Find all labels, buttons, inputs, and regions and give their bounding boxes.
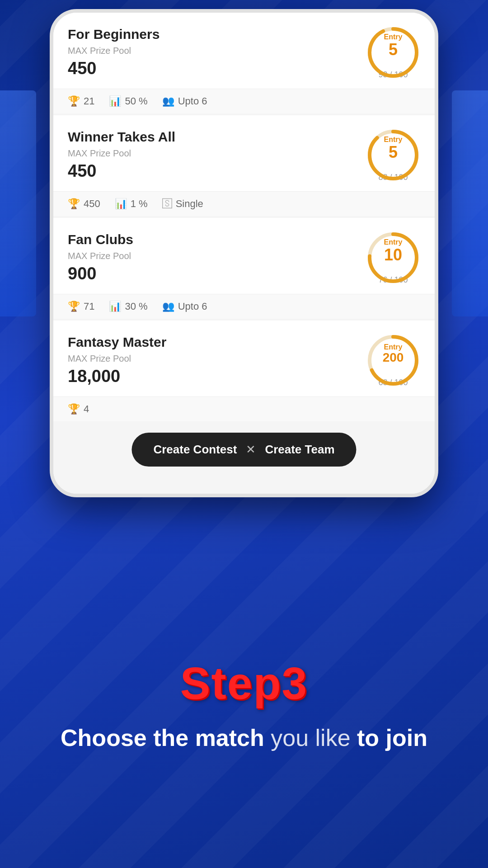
stat-trophy-value-fantasy: 4 [84,403,89,415]
card-main-winner: Winner Takes All MAX Prize Pool 450 Entr… [53,115,435,191]
stat-team-winner: 🅂 Single [162,198,203,210]
subtitle-normal: you like [271,725,357,751]
team-icon-fanclubs: 👥 [162,301,174,312]
team-icon-beginners: 👥 [162,95,174,107]
stat-chart-winner: 📊 1 % [115,198,148,210]
subtitle-bold-2: to join [357,725,427,751]
trophy-icon-fanclubs: 🏆 [68,301,80,312]
entry-value-fantasy: 200 [383,350,404,364]
contest-card-fantasy[interactable]: Fantasy Master MAX Prize Pool 18,000 Ent… [53,321,435,421]
card-stats-fanclubs: 🏆 71 📊 30 % 👥 Upto 6 [53,294,435,319]
stat-team-beginners: 👥 Upto 6 [162,95,207,107]
create-team-button[interactable]: Create Team [265,443,334,457]
entry-value-fanclubs: 10 [384,246,402,264]
contest-card-beginners[interactable]: For Beginners MAX Prize Pool 450 Entry [53,13,435,113]
stat-chart-value-fanclubs: 30 % [125,301,147,312]
stat-chart-value-winner: 1 % [131,198,148,210]
chart-icon-fanclubs: 📊 [109,301,121,312]
entry-inner-winner: Entry 5 [384,136,403,161]
stat-trophy-beginners: 🏆 21 [68,95,94,107]
stat-chart-value-beginners: 50 % [125,95,147,107]
create-contest-button[interactable]: Create Contest [153,443,237,457]
bg-shape-right [452,90,488,316]
entry-circle-fanclubs: Entry 10 [366,231,420,272]
trophy-icon-beginners: 🏆 [68,95,80,107]
subtitle-bold-1: Choose the match [61,725,264,751]
entry-label-beginners: Entry [384,33,403,41]
stat-team-value-winner: Single [176,198,203,210]
stat-team-fanclubs: 👥 Upto 6 [162,301,207,312]
card-info-winner: Winner Takes All MAX Prize Pool 450 [68,129,366,181]
stat-chart-fanclubs: 📊 30 % [109,301,147,312]
chart-icon-winner: 📊 [115,198,127,210]
card-title-winner: Winner Takes All [68,129,366,145]
trophy-icon-winner: 🏆 [68,198,80,210]
card-title-fanclubs: Fan Clubs [68,232,366,247]
phone-mockup: For Beginners MAX Prize Pool 450 Entry [50,9,438,497]
trophy-icon-fantasy: 🏆 [68,403,80,415]
pool-value-fanclubs: 900 [68,264,366,283]
stat-team-value-fanclubs: Upto 6 [178,301,207,312]
entry-wrapper-fanclubs: Entry 10 76 / 100 [366,231,420,285]
bottom-section: Step3 Choose the match you like to join [0,524,488,868]
pool-label-beginners: MAX Prize Pool [68,46,366,56]
entry-circle-beginners: Entry 5 [366,25,420,66]
contest-card-winner[interactable]: Winner Takes All MAX Prize Pool 450 Entr… [53,115,435,216]
chart-icon-beginners: 📊 [109,95,121,107]
pool-value-fantasy: 18,000 [68,367,366,386]
stat-trophy-value-fanclubs: 71 [84,301,94,312]
entry-wrapper-beginners: Entry 5 93 / 100 [366,25,420,80]
action-divider: ✕ [246,443,256,457]
contest-card-fanclubs[interactable]: Fan Clubs MAX Prize Pool 900 Entry [53,218,435,319]
pool-label-fantasy: MAX Prize Pool [68,354,366,364]
pool-value-beginners: 450 [68,59,366,78]
contests-list: For Beginners MAX Prize Pool 450 Entry [53,13,435,494]
pool-label-winner: MAX Prize Pool [68,148,366,159]
entry-inner-beginners: Entry 5 [384,33,403,59]
stat-trophy-winner: 🏆 450 [68,198,100,210]
stat-trophy-fantasy: 🏆 4 [68,403,89,415]
stat-team-value-beginners: Upto 6 [178,95,207,107]
team-icon-winner: 🅂 [162,198,172,210]
stat-trophy-value-beginners: 21 [84,95,94,107]
entry-wrapper-winner: Entry 5 88 / 100 [366,128,420,182]
pool-value-winner: 450 [68,161,366,181]
phone-screen: For Beginners MAX Prize Pool 450 Entry [53,13,435,494]
entry-label-winner: Entry [384,136,403,143]
action-bar: Create Contest ✕ Create Team [131,433,356,467]
card-info-beginners: For Beginners MAX Prize Pool 450 [68,27,366,78]
card-main-fanclubs: Fan Clubs MAX Prize Pool 900 Entry [53,218,435,294]
entry-label-fantasy: Entry [384,343,403,350]
step-title: Step3 [180,657,308,709]
entry-value-winner: 5 [389,143,398,161]
stat-chart-beginners: 📊 50 % [109,95,147,107]
stat-trophy-value-winner: 450 [84,198,100,210]
card-main-beginners: For Beginners MAX Prize Pool 450 Entry [53,13,435,89]
entry-value-beginners: 5 [389,41,398,59]
entry-circle-winner: Entry 5 [366,128,420,169]
pool-label-fanclubs: MAX Prize Pool [68,251,366,261]
card-stats-winner: 🏆 450 📊 1 % 🅂 Single [53,191,435,216]
card-stats-fantasy: 🏆 4 [53,396,435,421]
entry-label-fanclubs: Entry [384,239,403,246]
card-stats-beginners: 🏆 21 📊 50 % 👥 Upto 6 [53,89,435,113]
stat-trophy-fanclubs: 🏆 71 [68,301,94,312]
card-title-beginners: For Beginners [68,27,366,42]
card-main-fantasy: Fantasy Master MAX Prize Pool 18,000 Ent… [53,321,435,396]
card-title-fantasy: Fantasy Master [68,335,366,350]
entry-inner-fantasy: Entry 200 [383,343,404,364]
card-info-fanclubs: Fan Clubs MAX Prize Pool 900 [68,232,366,283]
card-info-fantasy: Fantasy Master MAX Prize Pool 18,000 [68,335,366,386]
entry-circle-fantasy: Entry 200 [366,333,420,374]
entry-wrapper-fantasy: Entry 200 68 / 100 [366,333,420,387]
entry-inner-fanclubs: Entry 10 [384,239,403,264]
step-subtitle: Choose the match you like to join [33,723,455,754]
bg-shape-left [0,90,36,316]
